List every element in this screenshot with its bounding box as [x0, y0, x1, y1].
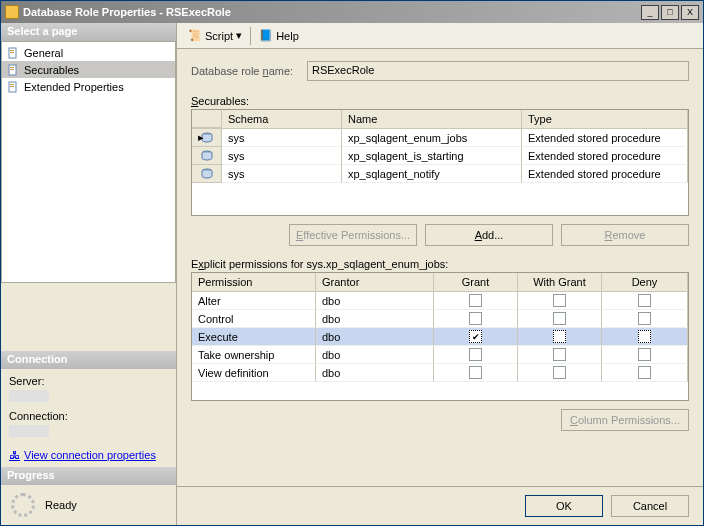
table-row[interactable]: sysxp_sqlagent_notifyExtended stored pro…: [192, 165, 688, 183]
close-button[interactable]: X: [681, 5, 699, 20]
role-name-label: Database role name:: [191, 65, 299, 77]
table-row[interactable]: Take ownershipdbo: [192, 346, 688, 364]
col-header-name[interactable]: Name: [342, 110, 522, 128]
effective-permissions-button[interactable]: Effective Permissions...: [289, 224, 417, 246]
role-name-input[interactable]: RSExecRole: [307, 61, 689, 81]
cancel-button[interactable]: Cancel: [611, 495, 689, 517]
script-label: Script: [205, 30, 233, 42]
minimize-button[interactable]: _: [641, 5, 659, 20]
with-grant-checkbox[interactable]: [553, 366, 566, 379]
with-grant-checkbox[interactable]: [553, 330, 566, 343]
table-row[interactable]: Controldbo: [192, 310, 688, 328]
securables-label: Securables:: [191, 95, 689, 107]
cell-schema: sys: [222, 129, 342, 147]
cell-permission: Alter: [192, 292, 316, 310]
svg-rect-2: [10, 52, 14, 53]
object-icon: [192, 165, 222, 183]
progress-spinner-icon: [11, 493, 35, 517]
connection-icon: 🖧: [9, 449, 20, 461]
server-label: Server:: [9, 375, 168, 387]
deny-checkbox[interactable]: [638, 312, 651, 325]
cell-type: Extended stored procedure: [522, 129, 688, 147]
cell-schema: sys: [222, 147, 342, 165]
with-grant-checkbox[interactable]: [553, 294, 566, 307]
with-grant-checkbox[interactable]: [553, 312, 566, 325]
deny-checkbox[interactable]: [638, 366, 651, 379]
server-value: [9, 390, 49, 402]
cell-grantor: dbo: [316, 364, 434, 382]
svg-rect-1: [10, 50, 14, 51]
cell-permission: View definition: [192, 364, 316, 382]
col-header-grant[interactable]: Grant: [434, 273, 518, 291]
grant-checkbox[interactable]: [469, 366, 482, 379]
cell-grantor: dbo: [316, 292, 434, 310]
left-panel: Select a page GeneralSecurablesExtended …: [1, 23, 177, 525]
view-connection-link[interactable]: 🖧 View connection properties: [9, 449, 156, 461]
sidebar-item-label: Securables: [24, 64, 79, 76]
page-list: GeneralSecurablesExtended Properties: [1, 41, 176, 283]
select-page-header: Select a page: [1, 23, 176, 41]
cell-name: xp_sqlagent_notify: [342, 165, 522, 183]
cell-grantor: dbo: [316, 328, 434, 346]
maximize-button[interactable]: □: [661, 5, 679, 20]
svg-rect-5: [10, 69, 14, 70]
cell-permission: Execute: [192, 328, 316, 346]
table-row[interactable]: ▸sysxp_sqlagent_enum_jobsExtended stored…: [192, 129, 688, 147]
script-button[interactable]: 📜 Script ▾: [183, 27, 247, 44]
remove-button[interactable]: Remove: [561, 224, 689, 246]
help-label: Help: [276, 30, 299, 42]
deny-checkbox[interactable]: [638, 330, 651, 343]
with-grant-checkbox[interactable]: [553, 348, 566, 361]
page-icon: [6, 47, 20, 59]
col-header-icon[interactable]: [192, 110, 222, 128]
permissions-grid: Permission Grantor Grant With Grant Deny…: [191, 272, 689, 401]
progress-status: Ready: [45, 499, 77, 511]
help-icon: 📘: [259, 29, 273, 42]
app-icon: [5, 5, 19, 19]
col-header-deny[interactable]: Deny: [602, 273, 688, 291]
script-icon: 📜: [188, 29, 202, 42]
view-connection-label: View connection properties: [24, 449, 156, 461]
col-header-schema[interactable]: Schema: [222, 110, 342, 128]
connection-label: Connection:: [9, 410, 168, 422]
column-permissions-button[interactable]: Column Permissions...: [561, 409, 689, 431]
dialog-footer: OK Cancel: [177, 486, 703, 525]
cell-type: Extended stored procedure: [522, 147, 688, 165]
sidebar-item-label: General: [24, 47, 63, 59]
grant-checkbox[interactable]: [469, 312, 482, 325]
add-button[interactable]: Add...: [425, 224, 553, 246]
securables-grid: Schema Name Type ▸sysxp_sqlagent_enum_jo…: [191, 109, 689, 216]
title-bar: Database Role Properties - RSExecRole _ …: [1, 1, 703, 23]
sidebar-item-general[interactable]: General: [2, 44, 175, 61]
table-row[interactable]: View definitiondbo: [192, 364, 688, 382]
connection-header: Connection: [1, 351, 176, 369]
col-header-permission[interactable]: Permission: [192, 273, 316, 291]
object-icon: [192, 147, 222, 165]
explicit-label: Explicit permissions for sys.xp_sqlagent…: [191, 258, 689, 270]
table-row[interactable]: Alterdbo: [192, 292, 688, 310]
right-panel: 📜 Script ▾ 📘 Help Database role name: RS…: [177, 23, 703, 525]
table-row[interactable]: Executedbo: [192, 328, 688, 346]
col-header-type[interactable]: Type: [522, 110, 688, 128]
cell-grantor: dbo: [316, 346, 434, 364]
grant-checkbox[interactable]: [469, 330, 482, 343]
page-icon: [6, 64, 20, 76]
progress-header: Progress: [1, 467, 176, 485]
help-button[interactable]: 📘 Help: [254, 27, 304, 44]
cell-type: Extended stored procedure: [522, 165, 688, 183]
grant-checkbox[interactable]: [469, 294, 482, 307]
col-header-withgrant[interactable]: With Grant: [518, 273, 602, 291]
ok-button[interactable]: OK: [525, 495, 603, 517]
col-header-grantor[interactable]: Grantor: [316, 273, 434, 291]
deny-checkbox[interactable]: [638, 294, 651, 307]
page-icon: [6, 81, 20, 93]
sidebar-item-label: Extended Properties: [24, 81, 124, 93]
cell-name: xp_sqlagent_is_starting: [342, 147, 522, 165]
sidebar-item-securables[interactable]: Securables: [2, 61, 175, 78]
table-row[interactable]: sysxp_sqlagent_is_startingExtended store…: [192, 147, 688, 165]
svg-rect-7: [10, 84, 14, 85]
deny-checkbox[interactable]: [638, 348, 651, 361]
grant-checkbox[interactable]: [469, 348, 482, 361]
sidebar-item-extended-properties[interactable]: Extended Properties: [2, 78, 175, 95]
connection-value: [9, 425, 49, 437]
